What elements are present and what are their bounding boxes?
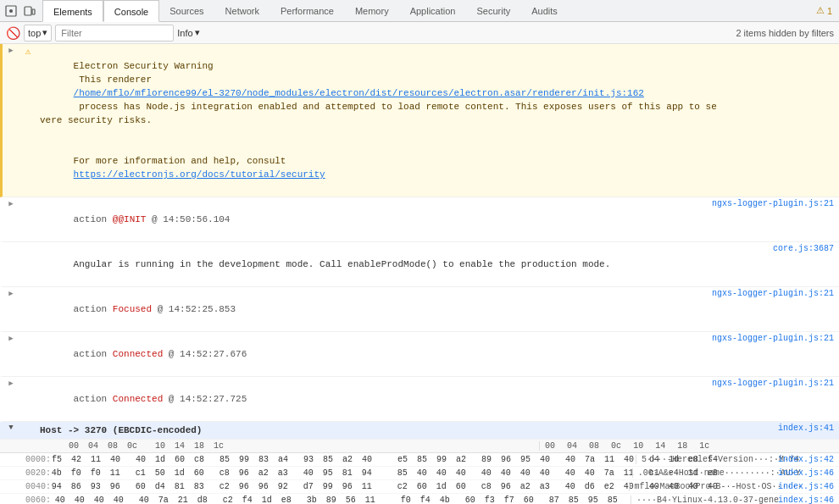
action-content-3: action Connected @ 14:52:27.725 xyxy=(36,378,707,420)
action-content-0: action @@INIT @ 14:50:56.104 xyxy=(36,198,707,241)
hex-source[interactable]: index.js:46 xyxy=(778,496,839,504)
hex-bytes: 9486939660d48183c2969692d7999611c2601d60… xyxy=(47,482,629,491)
action-row-2: ▶ action Connected @ 14:52:27.676 ngxs-l… xyxy=(0,332,839,377)
hex-bytes: 40404040407a21d8c2f41de83b895611f0f44b60… xyxy=(51,496,631,504)
source-link-0[interactable]: ngxs-logger-plugin.js:21 xyxy=(712,199,834,208)
hex-addr: 0000: xyxy=(0,455,47,464)
action-row-0: ▶ action @@INIT @ 14:50:56.104 ngxs-logg… xyxy=(0,197,839,242)
host-source[interactable]: index.js:41 xyxy=(720,423,839,434)
tab-bar: Elements Console Sources Network Perform… xyxy=(0,0,839,22)
hex-addr: 0020: xyxy=(0,468,47,478)
tab-bar-icons xyxy=(3,3,37,19)
console-content[interactable]: ▶ ⚠ Electron Security Warning This rende… xyxy=(0,44,839,504)
action-source-2[interactable]: ngxs-logger-plugin.js:21 xyxy=(707,333,839,344)
action-content-2: action Connected @ 14:52:27.676 xyxy=(36,333,707,375)
action-row-1: ▶ action Focused @ 14:52:25.853 ngxs-log… xyxy=(0,287,839,332)
tab-sources[interactable]: Sources xyxy=(159,0,214,22)
svg-rect-2 xyxy=(25,7,31,15)
action-expand-0[interactable]: ▶ xyxy=(3,198,19,208)
hex-row: 0060: 40404040407a21d8c2f41de83b895611f0… xyxy=(0,494,839,504)
warning-row: ▶ ⚠ Electron Security Warning This rende… xyxy=(0,44,839,197)
expand-icon-2[interactable]: ▶ xyxy=(7,334,15,342)
inspect-icon[interactable] xyxy=(3,3,19,19)
warning-label: Electron Security Warning xyxy=(74,61,214,71)
dropdown-arrow-icon: ▾ xyxy=(195,27,200,38)
host-source-link[interactable]: index.js:41 xyxy=(778,424,834,433)
expand-icon-host[interactable]: ▼ xyxy=(7,424,15,432)
tab-network[interactable]: Network xyxy=(215,0,270,22)
hex-ascii: ····B4·YLinux-4.13.0-37-gene xyxy=(631,496,778,504)
warning-triangle-icon: ⚠ xyxy=(25,46,31,57)
warning-icon-cell: ⚠ xyxy=(19,45,36,57)
hex-row: 0000: f5421140401d60c8859983a49385a240e5… xyxy=(0,453,839,467)
tab-elements[interactable]: Elements xyxy=(42,0,103,22)
hex-addr: 0060: xyxy=(0,496,51,504)
hidden-items-text: 2 items hidden by filters xyxy=(736,28,834,38)
tab-memory[interactable]: Memory xyxy=(345,0,400,22)
action-content-1: action Focused @ 14:52:25.853 xyxy=(36,288,707,330)
host-row: ▼ Host -> 3270 (EBCDIC-encoded) index.js… xyxy=(0,422,839,440)
hex-bytes: 4bf0f011c1501d60c896a2a34095819485404040… xyxy=(47,468,632,478)
action-row-3: ▶ action Connected @ 14:52:27.725 ngxs-l… xyxy=(0,377,839,422)
angular-info-row: Angular is running in the development mo… xyxy=(0,242,839,287)
hex-ascii: 5····-Hercules·Version···:·M·Y4 xyxy=(636,455,778,464)
core-source-link[interactable]: core.js:3687 xyxy=(773,244,834,253)
hex-source[interactable]: index.js:46 xyxy=(778,482,839,491)
clear-console-button[interactable]: 🚫 xyxy=(5,25,20,41)
hex-byte-headers: 00 04 08 0c 10 14 18 1c xyxy=(64,441,539,451)
log-level-dropdown[interactable]: Info ▾ xyxy=(177,27,199,38)
angular-info-source[interactable]: core.js:3687 xyxy=(720,243,839,254)
hex-column-headers: 00 04 08 0c 10 14 18 1c 00 04 08 0c 10 1… xyxy=(0,440,839,453)
warning-expand[interactable]: ▶ xyxy=(3,45,19,54)
filter-input[interactable] xyxy=(55,25,174,42)
chevron-down-icon: ▾ xyxy=(42,27,47,38)
warning-content: Electron Security Warning This renderer … xyxy=(36,45,720,196)
device-icon[interactable] xyxy=(22,3,37,19)
expand-icon[interactable]: ▶ xyxy=(7,46,15,54)
tab-security[interactable]: Security xyxy=(466,0,521,22)
tab-console[interactable]: Console xyxy=(103,0,159,22)
hex-rows-container: 0000: f5421140401d60c8859983a49385a240e5… xyxy=(0,453,839,504)
source-link-3[interactable]: ngxs-logger-plugin.js:21 xyxy=(712,379,834,388)
svg-point-1 xyxy=(9,9,13,13)
hex-addr: 0040: xyxy=(0,482,47,491)
expand-icon-1[interactable]: ▶ xyxy=(7,289,15,297)
warning-source xyxy=(720,45,839,47)
action-source-1[interactable]: ngxs-logger-plugin.js:21 xyxy=(707,288,839,299)
hex-bytes: f5421140401d60c8859983a49385a240e58599a2… xyxy=(47,455,636,464)
security-link[interactable]: https://electronjs.org/docs/tutorial/sec… xyxy=(74,169,325,180)
warning-icon: ⚠ xyxy=(816,5,825,16)
console-toolbar: 🚫 top ▾ Info ▾ 2 items hidden by filters xyxy=(0,22,839,44)
hex-source[interactable]: index.js:46 xyxy=(778,468,839,478)
expand-icon-3[interactable]: ▶ xyxy=(7,379,15,387)
hex-source[interactable]: index.js:42 xyxy=(778,455,839,464)
source-link-1[interactable]: ngxs-logger-plugin.js:21 xyxy=(712,289,834,298)
hex-row: 0020: 4bf0f011c1501d60c896a2a34095819485… xyxy=(0,467,839,480)
tab-application[interactable]: Application xyxy=(400,0,467,22)
level-select[interactable]: top ▾ xyxy=(24,25,52,42)
hex-row: 0040: 9486939660d48183c2969692d7999611c2… xyxy=(0,480,839,494)
hex-ascii: .00·A&·-Host·name·········:·AU·Y xyxy=(632,468,778,478)
action-source-0[interactable]: ngxs-logger-plugin.js:21 xyxy=(707,198,839,209)
source-link-2[interactable]: ngxs-logger-plugin.js:21 xyxy=(712,334,834,343)
angular-info-content: Angular is running in the development mo… xyxy=(36,243,720,285)
tab-performance[interactable]: Performance xyxy=(270,0,345,22)
host-content: Host -> 3270 (EBCDIC-encoded) xyxy=(36,423,720,438)
warning-path-link[interactable]: /home/mflo/mflorence99/el-3270/node_modu… xyxy=(74,88,644,98)
toolbar-left: 🚫 top ▾ Info ▾ xyxy=(5,25,200,42)
hex-ascii: mflo-MacBookPro-B-·-Host·OS······ xyxy=(629,482,778,491)
expand-arrow-icon[interactable]: ▶ xyxy=(7,199,15,208)
tab-audits[interactable]: Audits xyxy=(521,0,569,22)
svg-rect-3 xyxy=(32,9,35,14)
warning-badge: ⚠ 1 xyxy=(816,5,832,16)
action-source-3[interactable]: ngxs-logger-plugin.js:21 xyxy=(707,378,839,389)
